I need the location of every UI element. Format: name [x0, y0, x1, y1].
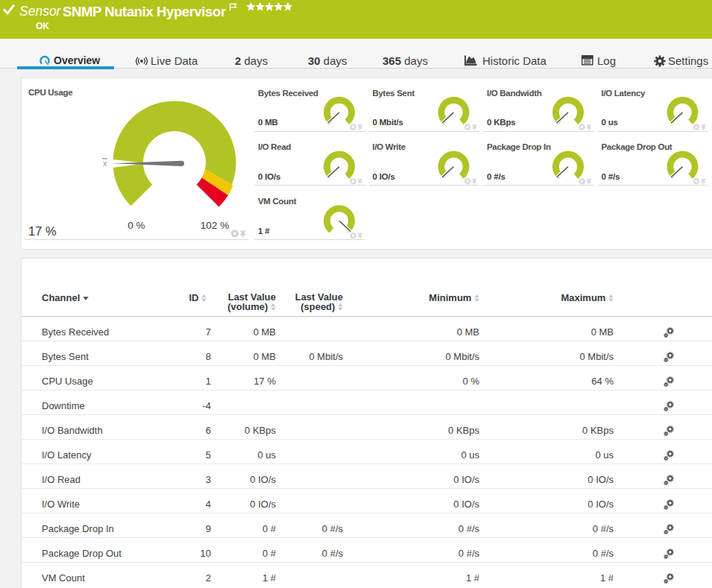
svg-text:x: x — [103, 159, 107, 168]
